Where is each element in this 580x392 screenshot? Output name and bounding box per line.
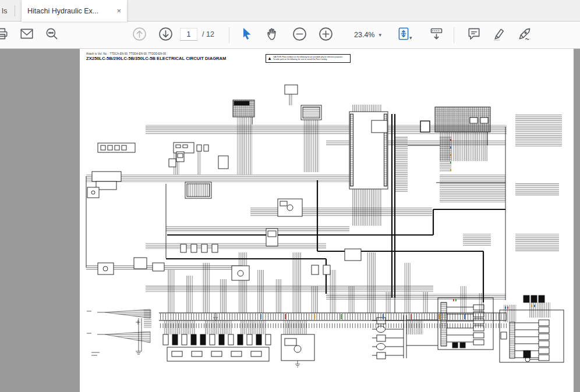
tab-document-label: Hitachi Hydraulic Ex... (27, 7, 113, 15)
page-title: ZX250LC-5B/290LC-5B/350LC-5B ELECTRICAL … (86, 56, 226, 61)
minus-circle-icon (292, 26, 307, 44)
toolbar-separator (454, 27, 454, 43)
caution-text: CAUTION: Plate numbers on the following … (273, 56, 343, 60)
print-button[interactable] (0, 26, 10, 44)
page-number-input[interactable] (180, 28, 197, 41)
sign-button[interactable] (516, 26, 533, 44)
tab-tools-partial[interactable]: ls (0, 0, 16, 21)
zoom-out-button[interactable] (291, 26, 308, 44)
attach-volume-line: Attach to Vol. No. : TTDCA-EN-00, TTDDA-… (86, 52, 166, 55)
previous-page-button[interactable] (130, 26, 148, 44)
sign-pen-icon (517, 26, 532, 44)
arrow-down-circle-icon (158, 26, 174, 44)
arrow-up-circle-icon (132, 26, 147, 44)
marquee-zoom-button[interactable] (43, 26, 61, 44)
highlight-button[interactable] (490, 26, 508, 44)
warning-icon: ▲ (267, 56, 272, 61)
tab-bar: ls Hitachi Hydraulic Ex... × (0, 0, 580, 22)
email-button[interactable] (18, 26, 36, 44)
next-page-button[interactable] (157, 26, 174, 44)
caution-line-2: To order parts on the following, be sure… (273, 58, 327, 60)
caution-box: ▲ CAUTION: Plate numbers on the followin… (266, 54, 351, 63)
hand-icon (266, 26, 281, 44)
tab-divider (15, 5, 15, 16)
zoom-level-value: 23.4% (354, 31, 374, 39)
page-count-label: / 12 (202, 30, 214, 38)
main-toolbar: / 12 23.4% ▾ (0, 22, 580, 49)
hand-tool-button[interactable] (264, 26, 282, 44)
app-window: ls Hitachi Hydraulic Ex... × (0, 0, 580, 392)
toolbar-separator (229, 27, 229, 43)
pdf-page: Attach to Vol. No. : TTDCA-EN-00, TTDDA-… (80, 49, 574, 392)
tab-close-icon[interactable]: × (116, 7, 121, 15)
tab-document[interactable]: Hitachi Hydraulic Ex... × (22, 0, 127, 22)
plus-circle-icon (318, 26, 334, 44)
chevron-down-icon: ▾ (379, 33, 381, 38)
circuit-diagram (80, 49, 574, 392)
highlight-icon (491, 26, 507, 44)
diagram-connector-strip (159, 313, 507, 328)
comment-icon (466, 26, 482, 44)
toolbar-collapse-icon (429, 26, 444, 44)
comment-button[interactable] (465, 26, 483, 44)
print-icon (0, 26, 9, 44)
document-workspace[interactable]: Attach to Vol. No. : TTDCA-EN-00, TTDDA-… (0, 49, 580, 392)
select-cursor-icon (239, 27, 253, 43)
zoom-level-dropdown[interactable]: 23.4% ▾ (339, 26, 381, 44)
zoom-in-button[interactable] (317, 26, 334, 44)
email-icon (19, 26, 34, 44)
toolbar-collapse-button[interactable] (427, 26, 445, 44)
select-tool-button[interactable] (238, 26, 255, 44)
marquee-zoom-icon (44, 26, 59, 44)
fit-page-dropdown-caret[interactable]: ▾ (409, 35, 412, 41)
